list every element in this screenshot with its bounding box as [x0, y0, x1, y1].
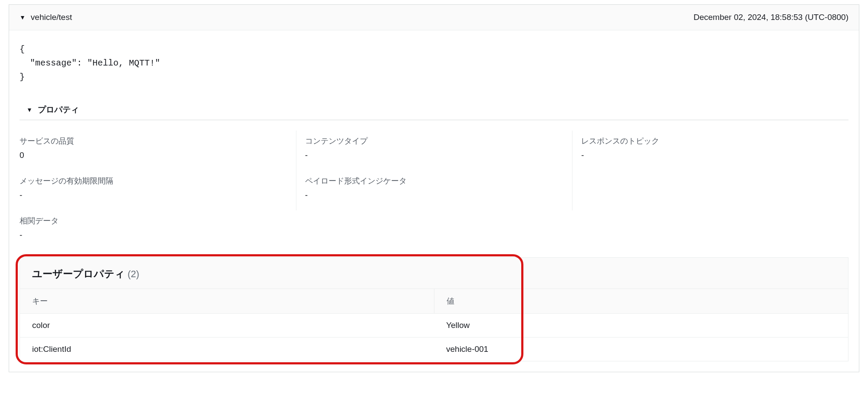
topic-header[interactable]: ▼ vehicle/test December 02, 2024, 18:58:… — [9, 5, 859, 30]
user-properties-section: ユーザープロパティ (2) キー 値 color Yellow iot:Clie… — [20, 257, 848, 361]
prop-value: - — [305, 190, 564, 200]
payload-code: { "message": "Hello, MQTT!" } — [20, 43, 848, 84]
timestamp: December 02, 2024, 18:58:53 (UTC-0800) — [694, 13, 848, 22]
properties-grid-row1: サービスの品質 0 コンテンツタイプ - レスポンスのトピック - — [9, 120, 859, 170]
prop-value: - — [20, 230, 848, 240]
prop-label: サービスの品質 — [20, 136, 287, 146]
table-row: iot:ClientId vehicle-001 — [20, 338, 848, 361]
prop-label: コンテンツタイプ — [305, 136, 564, 146]
prop-value: 0 — [20, 151, 287, 160]
properties-grid-row2: メッセージの有効期限間隔 - ペイロード形式インジケータ - — [9, 170, 859, 210]
prop-label: メッセージの有効期限間隔 — [20, 176, 287, 186]
user-properties-header: ユーザープロパティ (2) — [20, 258, 848, 288]
prop-label: ペイロード形式インジケータ — [305, 176, 564, 186]
prop-value: - — [20, 190, 287, 200]
topic-name: vehicle/test — [31, 13, 72, 22]
chevron-down-icon: ▼ — [26, 106, 33, 113]
payload-section: { "message": "Hello, MQTT!" } — [9, 30, 859, 98]
topic-header-left: ▼ vehicle/test — [20, 13, 72, 22]
cell-key: iot:ClientId — [20, 338, 434, 361]
prop-response-topic: レスポンスのトピック - — [572, 131, 848, 170]
column-header-value[interactable]: 値 — [434, 289, 848, 314]
prop-empty — [572, 170, 848, 210]
prop-correlation: 相関データ - — [20, 210, 848, 240]
user-properties-table: キー 値 color Yellow iot:ClientId vehicle-0… — [20, 288, 848, 361]
prop-value: - — [305, 151, 564, 160]
prop-label: レスポンスのトピック — [581, 136, 840, 146]
user-properties-count: (2) — [128, 269, 139, 280]
prop-expiry: メッセージの有効期限間隔 - — [20, 170, 296, 210]
cell-key: color — [20, 314, 434, 338]
prop-payload-format: ペイロード形式インジケータ - — [296, 170, 572, 210]
prop-label: 相関データ — [20, 216, 848, 226]
user-properties-title: ユーザープロパティ — [32, 267, 125, 281]
prop-content-type: コンテンツタイプ - — [296, 131, 572, 170]
prop-value: - — [581, 151, 840, 160]
chevron-down-icon: ▼ — [20, 14, 26, 21]
message-panel: ▼ vehicle/test December 02, 2024, 18:58:… — [9, 4, 859, 372]
properties-header[interactable]: ▼ プロパティ — [20, 98, 848, 120]
cell-value: Yellow — [434, 314, 848, 338]
correlation-row: 相関データ - — [9, 210, 859, 252]
column-header-key[interactable]: キー — [20, 289, 434, 314]
cell-value: vehicle-001 — [434, 338, 848, 361]
table-row: color Yellow — [20, 314, 848, 338]
properties-title: プロパティ — [38, 104, 79, 115]
prop-qos: サービスの品質 0 — [20, 131, 296, 170]
table-header-row: キー 値 — [20, 289, 848, 314]
